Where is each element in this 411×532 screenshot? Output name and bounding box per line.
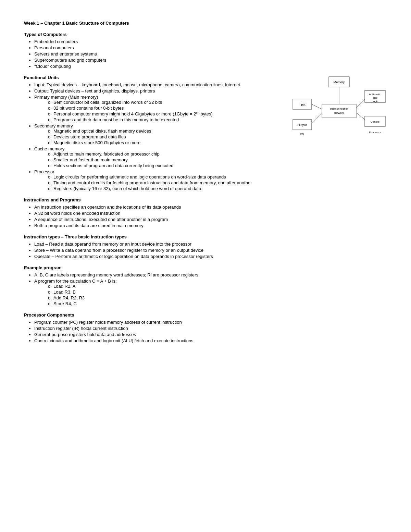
list-item: Store – Write a data operand from a proc… xyxy=(34,248,387,253)
list-item: Primary memory (Main memory) Semiconduct… xyxy=(34,95,284,122)
svg-text:Output: Output xyxy=(297,123,307,127)
list-item: Embedded computers xyxy=(34,39,387,44)
list-item: Programs and their data must be in this … xyxy=(48,117,284,122)
list-item: Load R3, B xyxy=(48,289,387,295)
list-item: Semiconductor bit cells, organized into … xyxy=(48,100,284,105)
svg-text:Input: Input xyxy=(299,103,306,106)
list-item: General-purpose registers hold data and … xyxy=(34,332,387,337)
architecture-diagram: Memory Input Output I/O Interconnection … xyxy=(291,75,387,144)
processor-components-list: Program counter (PC) register holds memo… xyxy=(34,320,387,343)
svg-line-20 xyxy=(356,99,365,108)
computer-diagram: Memory Input Output I/O Interconnection … xyxy=(291,75,387,145)
example-heading: Example program xyxy=(24,265,387,270)
list-item: A 32 bit word holds one encoded instruct… xyxy=(34,211,387,216)
list-item: Instruction register (IR) holds current … xyxy=(34,326,387,331)
example-list: A, B, C are labels representing memory w… xyxy=(34,272,387,306)
program-sublist: Load R2, A Load R3, B Add R4, R2, R3 Sto… xyxy=(48,284,387,306)
svg-text:I/O: I/O xyxy=(300,133,304,136)
list-item: Devices store program and data files xyxy=(48,134,284,139)
list-item: Magnetic disks store 500 Gigabytes or mo… xyxy=(48,140,284,145)
types-list: Embedded computers Personal computers Se… xyxy=(34,39,387,69)
list-item: Magnetic and optical disks, flash memory… xyxy=(48,128,284,134)
list-item: Input: Typical devices – keyboard, touch… xyxy=(34,82,284,87)
functional-units-section: Functional Units Memory Input Output I/O… xyxy=(24,75,387,191)
processor-components-section: Processor Components Program counter (PC… xyxy=(24,312,387,343)
svg-rect-7 xyxy=(322,104,356,118)
svg-line-21 xyxy=(356,113,365,120)
list-item: Load – Read a data operand from memory o… xyxy=(34,242,387,247)
svg-text:network: network xyxy=(334,111,344,114)
list-item: 32 bit word contains four 8-bit bytes xyxy=(48,106,284,111)
list-item: Servers and enterprise systems xyxy=(34,51,387,57)
instruction-types-section: Instruction types – Three basic instruct… xyxy=(24,234,387,259)
svg-line-18 xyxy=(312,104,322,109)
svg-line-19 xyxy=(312,113,322,123)
processor-sublist: Logic circuits for performing arithmetic… xyxy=(48,174,284,191)
list-item: Cache memory Adjunct to main memory, fab… xyxy=(34,146,284,168)
list-item: Timing and control circuits for fetching… xyxy=(48,180,284,185)
processor-components-heading: Processor Components xyxy=(24,312,387,318)
list-item: Registers (typically 16 or 32), each of … xyxy=(48,186,284,191)
list-item: Personal computer memory might hold 4 Gi… xyxy=(48,111,284,116)
functional-list: Input: Typical devices – keyboard, touch… xyxy=(34,82,284,191)
list-item: Load R2, A xyxy=(48,284,387,289)
list-item: Output: Typical devices – text and graph… xyxy=(34,88,284,94)
types-heading: Types of Computers xyxy=(24,32,387,37)
list-item: Operate – Perform an arithmetic or logic… xyxy=(34,254,387,259)
svg-text:Control: Control xyxy=(371,120,379,123)
list-item: A program for the calculation C = A + B … xyxy=(34,279,387,306)
instructions-heading: Instructions and Programs xyxy=(24,197,387,202)
list-item: An instruction specifies an operation an… xyxy=(34,205,387,210)
list-item: Both a program and its data are stored i… xyxy=(34,223,387,228)
list-item: Adjunct to main memory, fabricated on pr… xyxy=(48,151,284,157)
instructions-list: An instruction specifies an operation an… xyxy=(34,205,387,228)
instruction-types-heading: Instruction types – Three basic instruct… xyxy=(24,234,387,239)
primary-memory-sublist: Semiconductor bit cells, organized into … xyxy=(48,100,284,122)
list-item: Program counter (PC) register holds memo… xyxy=(34,320,387,325)
example-program-section: Example program A, B, C are labels repre… xyxy=(24,265,387,306)
types-of-computers-section: Types of Computers Embedded computers Pe… xyxy=(24,32,387,69)
svg-text:Interconnection: Interconnection xyxy=(330,107,349,110)
list-item: A, B, C are labels representing memory w… xyxy=(34,272,387,277)
list-item: Holds sections of program and data curre… xyxy=(48,163,284,168)
svg-text:Arithmetic: Arithmetic xyxy=(369,93,381,96)
instruction-types-list: Load – Read a data operand from memory o… xyxy=(34,242,387,259)
svg-text:Processor: Processor xyxy=(369,131,381,134)
list-item: Control circuits and arithmetic and logi… xyxy=(34,338,387,343)
svg-text:and: and xyxy=(373,96,377,99)
list-item: Add R4, R2, R3 xyxy=(48,295,387,300)
instructions-section: Instructions and Programs An instruction… xyxy=(24,197,387,228)
list-item: Supercomputers and grid computers xyxy=(34,58,387,63)
page-title: Week 1 – Chapter 1 Basic Structure of Co… xyxy=(24,21,387,26)
list-item: Logic circuits for performing arithmetic… xyxy=(48,174,284,180)
list-item: Smaller and faster than main memory xyxy=(48,157,284,162)
secondary-memory-sublist: Magnetic and optical disks, flash memory… xyxy=(48,128,284,145)
svg-text:Memory: Memory xyxy=(334,81,345,84)
list-item: Personal computers xyxy=(34,45,387,50)
list-item: "Cloud" computing xyxy=(34,64,387,69)
list-item: Store R4, C xyxy=(48,301,387,306)
list-item: Processor Logic circuits for performing … xyxy=(34,169,284,191)
svg-text:Logic: Logic xyxy=(372,100,378,103)
list-item: A sequence of instructions, executed one… xyxy=(34,217,387,222)
list-item: Secondary memory Magnetic and optical di… xyxy=(34,123,284,145)
cache-memory-sublist: Adjunct to main memory, fabricated on pr… xyxy=(48,151,284,168)
functional-content: Input: Typical devices – keyboard, touch… xyxy=(24,82,284,191)
